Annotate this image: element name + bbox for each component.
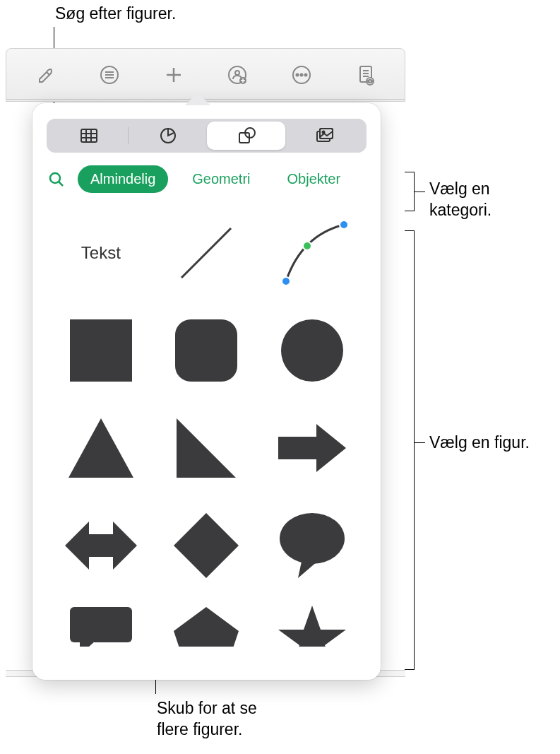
segment-tables[interactable]: [49, 122, 128, 150]
shape-arrow-right[interactable]: [273, 409, 351, 487]
insert-popover: Almindelig Geometri Objekter Tekst: [32, 103, 381, 680]
category-objects[interactable]: Objekter: [275, 165, 354, 193]
document-icon[interactable]: [353, 62, 379, 88]
shape-callout-rect[interactable]: [62, 604, 140, 647]
search-icon[interactable]: [47, 170, 66, 189]
shape-triangle[interactable]: [62, 409, 140, 487]
svg-point-7: [235, 71, 239, 75]
collaborate-icon[interactable]: [225, 62, 250, 88]
svg-rect-49: [70, 607, 132, 642]
list-icon[interactable]: [97, 62, 122, 88]
svg-marker-46: [174, 513, 239, 578]
svg-point-38: [303, 242, 311, 250]
shape-double-arrow[interactable]: [62, 507, 140, 584]
shapes-grid[interactable]: Tekst: [32, 200, 381, 647]
category-basic[interactable]: Almindelig: [78, 165, 168, 193]
shape-curve[interactable]: [273, 214, 351, 292]
insert-type-segments: [47, 119, 367, 153]
popover-arrow: [185, 93, 210, 105]
svg-rect-40: [175, 319, 237, 382]
callout-shape-connect: [415, 442, 425, 443]
svg-marker-52: [278, 606, 346, 647]
svg-marker-45: [65, 522, 137, 570]
svg-point-14: [304, 74, 306, 76]
svg-marker-42: [68, 418, 133, 478]
callout-scroll-text: Skub for at se flere figurer.: [157, 698, 257, 741]
svg-rect-39: [70, 319, 132, 382]
callout-category-text: Vælg en kategori.: [429, 179, 492, 221]
shape-text-label: Tekst: [81, 243, 121, 263]
callout-shape-text: Vælg en figur.: [429, 432, 530, 454]
shape-diamond[interactable]: [167, 507, 245, 584]
shape-square[interactable]: [62, 312, 140, 389]
insert-icon[interactable]: [161, 62, 186, 88]
shape-rounded-square[interactable]: [167, 312, 245, 389]
segment-media[interactable]: [285, 122, 364, 150]
callout-search-text: Søg efter figurer.: [55, 4, 176, 25]
svg-line-34: [59, 182, 63, 186]
svg-marker-43: [177, 418, 236, 478]
more-icon[interactable]: [289, 62, 314, 88]
shape-text[interactable]: Tekst: [62, 214, 140, 292]
svg-point-33: [50, 173, 60, 183]
callout-shape-bracket: [405, 230, 415, 670]
svg-marker-51: [174, 607, 239, 647]
svg-point-41: [281, 319, 343, 382]
callout-category-bracket: [405, 172, 415, 211]
svg-point-37: [340, 220, 348, 229]
callout-category-connect: [415, 192, 425, 192]
svg-point-13: [300, 74, 302, 76]
shape-circle[interactable]: [273, 312, 351, 389]
svg-marker-44: [278, 424, 346, 472]
shape-speech-bubble[interactable]: [273, 507, 351, 584]
svg-point-12: [296, 74, 298, 76]
svg-rect-21: [81, 129, 97, 142]
svg-marker-50: [80, 640, 97, 647]
segment-charts[interactable]: [129, 122, 207, 150]
svg-point-47: [280, 513, 345, 564]
segment-shapes[interactable]: [207, 122, 285, 150]
category-geometry[interactable]: Geometri: [179, 165, 263, 193]
svg-line-35: [181, 228, 231, 278]
shape-line[interactable]: [167, 214, 245, 292]
format-icon[interactable]: [32, 62, 58, 88]
svg-point-36: [282, 277, 290, 285]
category-row: Almindelig Geometri Objekter: [32, 153, 381, 200]
shape-pentagon[interactable]: [167, 604, 245, 647]
shape-right-triangle[interactable]: [167, 409, 245, 487]
shape-star[interactable]: [273, 604, 351, 647]
